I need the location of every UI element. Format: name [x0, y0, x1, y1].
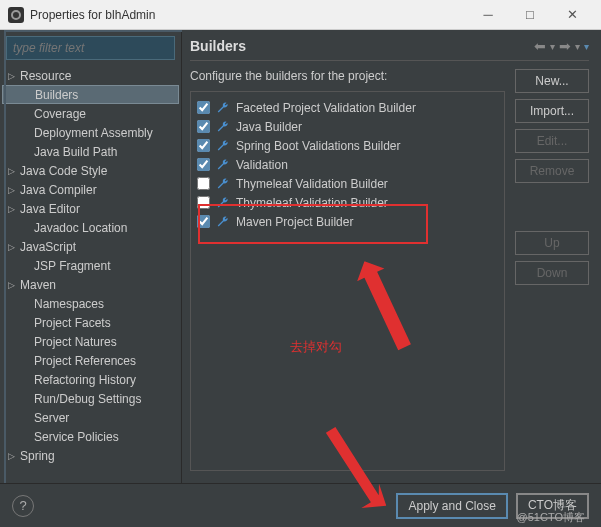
apply-and-close-button[interactable]: Apply and Close	[396, 493, 507, 519]
tree-item[interactable]: Java Build Path	[2, 142, 179, 161]
tree-item-label: Java Build Path	[34, 145, 117, 159]
footer: ? Apply and Close CTO博客	[0, 483, 601, 527]
tree-item-label: Project Natures	[34, 335, 117, 349]
tree-item-label: Project References	[34, 354, 136, 368]
builder-row[interactable]: Faceted Project Validation Builder	[197, 98, 498, 117]
tree-item[interactable]: ▷Java Editor	[2, 199, 179, 218]
down-button[interactable]: Down	[515, 261, 589, 285]
builder-label: Maven Project Builder	[236, 215, 353, 229]
menu-icon[interactable]: ▾	[584, 41, 589, 52]
tree-item[interactable]: Coverage	[2, 104, 179, 123]
wrench-icon	[216, 177, 230, 191]
tree-item[interactable]: JSP Fragment	[2, 256, 179, 275]
titlebar: Properties for blhAdmin ─ □ ✕	[0, 0, 601, 30]
builder-label: Java Builder	[236, 120, 302, 134]
minimize-button[interactable]: ─	[467, 0, 509, 30]
edit-button[interactable]: Edit...	[515, 129, 589, 153]
builder-row[interactable]: Java Builder	[197, 117, 498, 136]
close-button[interactable]: ✕	[551, 0, 593, 30]
builder-checkbox[interactable]	[197, 196, 210, 209]
tree-item[interactable]: Project References	[2, 351, 179, 370]
expand-icon: ▷	[8, 204, 20, 214]
main-header: Builders ⬅▾ ➡▾ ▾	[190, 38, 589, 61]
new-button[interactable]: New...	[515, 69, 589, 93]
tree-item[interactable]: ▷Maven	[2, 275, 179, 294]
builder-checkbox[interactable]	[197, 101, 210, 114]
tree-item[interactable]: Deployment Assembly	[2, 123, 179, 142]
tree-item-label: Namespaces	[34, 297, 104, 311]
builder-checkbox[interactable]	[197, 177, 210, 190]
builder-row[interactable]: Thymeleaf Validation Builder	[197, 174, 498, 193]
tree-item[interactable]: ▷Java Compiler	[2, 180, 179, 199]
tree-item-label: Server	[34, 411, 69, 425]
builder-list: Faceted Project Validation BuilderJava B…	[190, 91, 505, 471]
builder-row[interactable]: Maven Project Builder	[197, 212, 498, 231]
wrench-icon	[216, 139, 230, 153]
builder-row[interactable]: Thymeleaf Validation Builder	[197, 193, 498, 212]
tree-item-label: Project Facets	[34, 316, 111, 330]
tree-item-label: Refactoring History	[34, 373, 136, 387]
tree-item[interactable]: ▷Java Code Style	[2, 161, 179, 180]
tree-item[interactable]: ▷Resource	[2, 66, 179, 85]
builder-checkbox[interactable]	[197, 215, 210, 228]
button-column: New... Import... Edit... Remove Up Down	[515, 69, 589, 475]
tree-item-label: Builders	[35, 88, 78, 102]
wrench-icon	[216, 158, 230, 172]
builder-checkbox[interactable]	[197, 120, 210, 133]
builder-label: Faceted Project Validation Builder	[236, 101, 416, 115]
tree-item[interactable]: Refactoring History	[2, 370, 179, 389]
tree-item[interactable]: Service Policies	[2, 427, 179, 446]
page-title: Builders	[190, 38, 534, 54]
tree-item[interactable]: ▷Spring	[2, 446, 179, 465]
tree-item-label: Java Compiler	[20, 183, 97, 197]
window-title: Properties for blhAdmin	[30, 8, 467, 22]
remove-button[interactable]: Remove	[515, 159, 589, 183]
eclipse-icon	[8, 7, 24, 23]
back-icon[interactable]: ⬅	[534, 38, 546, 54]
expand-icon: ▷	[8, 166, 20, 176]
tree-item-label: Run/Debug Settings	[34, 392, 141, 406]
maximize-button[interactable]: □	[509, 0, 551, 30]
builder-row[interactable]: Spring Boot Validations Builder	[197, 136, 498, 155]
expand-icon: ▷	[8, 242, 20, 252]
tree-item-label: Spring	[20, 449, 55, 463]
cto-button[interactable]: CTO博客	[516, 493, 589, 519]
expand-icon: ▷	[8, 185, 20, 195]
expand-icon: ▷	[8, 280, 20, 290]
wrench-icon	[216, 196, 230, 210]
tree-item[interactable]: Project Facets	[2, 313, 179, 332]
tree-item-label: JavaScript	[20, 240, 76, 254]
main-panel: Builders ⬅▾ ➡▾ ▾ Configure the builders …	[182, 30, 601, 483]
tree-item[interactable]: ▷JavaScript	[2, 237, 179, 256]
expand-icon: ▷	[8, 451, 20, 461]
tree-item[interactable]: Javadoc Location	[2, 218, 179, 237]
tree-item[interactable]: Server	[2, 408, 179, 427]
config-label: Configure the builders for the project:	[190, 69, 505, 83]
nav-arrows: ⬅▾ ➡▾ ▾	[534, 38, 589, 54]
builder-label: Thymeleaf Validation Builder	[236, 196, 388, 210]
wrench-icon	[216, 120, 230, 134]
filter-input[interactable]	[6, 36, 175, 60]
builder-label: Thymeleaf Validation Builder	[236, 177, 388, 191]
tree-item[interactable]: Project Natures	[2, 332, 179, 351]
tree-item-label: Java Editor	[20, 202, 80, 216]
tree-item[interactable]: Namespaces	[2, 294, 179, 313]
sidebar: ▷ResourceBuildersCoverageDeployment Asse…	[0, 30, 182, 483]
tree-item-label: Deployment Assembly	[34, 126, 153, 140]
builder-label: Spring Boot Validations Builder	[236, 139, 401, 153]
window-controls: ─ □ ✕	[467, 0, 593, 30]
tree-item[interactable]: Builders	[2, 85, 179, 104]
forward-icon[interactable]: ➡	[559, 38, 571, 54]
wrench-icon	[216, 101, 230, 115]
help-icon[interactable]: ?	[12, 495, 34, 517]
tree-item[interactable]: Run/Debug Settings	[2, 389, 179, 408]
builder-label: Validation	[236, 158, 288, 172]
tree-item-label: Resource	[20, 69, 71, 83]
builder-checkbox[interactable]	[197, 158, 210, 171]
import-button[interactable]: Import...	[515, 99, 589, 123]
up-button[interactable]: Up	[515, 231, 589, 255]
tree-item-label: Java Code Style	[20, 164, 107, 178]
builder-checkbox[interactable]	[197, 139, 210, 152]
tree-item-label: Javadoc Location	[34, 221, 127, 235]
builder-row[interactable]: Validation	[197, 155, 498, 174]
